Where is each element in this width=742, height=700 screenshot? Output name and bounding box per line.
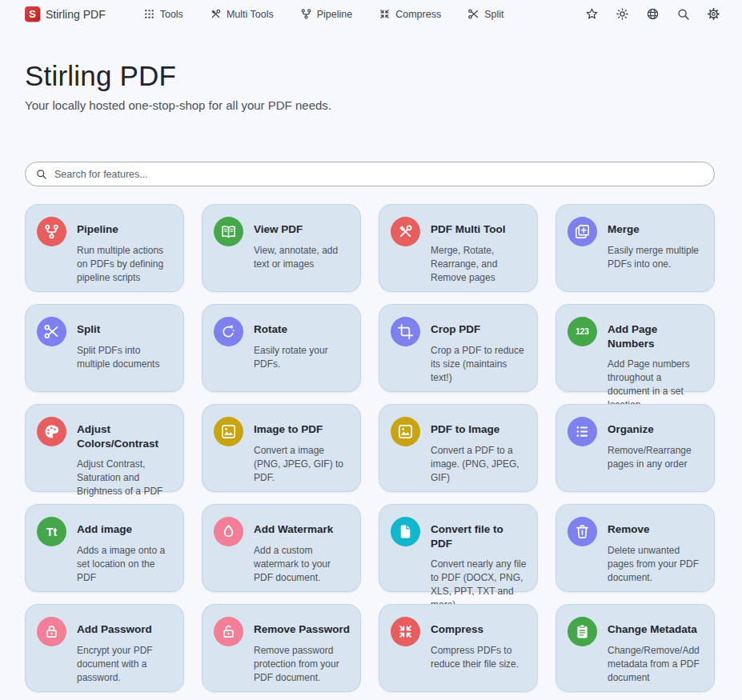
- tool-card-crop-pdf[interactable]: Crop PDF Crop a PDF to reduce its size (…: [379, 304, 538, 392]
- hero: Stirling PDF Your locally hosted one-sto…: [0, 26, 742, 112]
- tool-card-body: PDF Multi Tool Merge, Rotate, Rearrange,…: [431, 216, 527, 280]
- tool-card-body: Merge Easily merge multiple PDFs into on…: [608, 216, 704, 280]
- tool-card-body: Add Watermark Add a custom watermark to …: [254, 516, 351, 580]
- tool-card-adjust-colors-contrast[interactable]: Adjust Colors/Contrast Adjust Contrast, …: [25, 404, 184, 492]
- scissors-icon: [467, 8, 479, 20]
- brand-home-link[interactable]: S Stirling PDF: [25, 6, 106, 22]
- compress-icon: [379, 8, 391, 20]
- tool-card-compress[interactable]: Compress Compress PDFs to reduce their f…: [379, 604, 538, 692]
- navbar-item-multi-tools[interactable]: Multi Tools: [210, 8, 274, 20]
- tool-card-rotate[interactable]: Rotate Easily rotate your PDFs.: [202, 304, 361, 392]
- icon-glyph-text: 123: [576, 328, 589, 336]
- tool-card-pdf-multi-tool[interactable]: PDF Multi Tool Merge, Rotate, Rearrange,…: [379, 204, 538, 292]
- tool-card-body: Convert file to PDF Convert nearly any f…: [431, 516, 527, 580]
- multi-tools-icon: [391, 217, 420, 246]
- star-icon[interactable]: [585, 7, 599, 21]
- icon-glyph-text: Tt: [46, 526, 57, 538]
- search-icon: [35, 168, 47, 180]
- rotate-icon: [214, 317, 243, 346]
- search-icon[interactable]: [676, 7, 690, 21]
- tool-card-description: Easily rotate your PDFs.: [254, 344, 351, 371]
- search-section: [25, 162, 715, 186]
- tool-card-title: Change Metadata: [608, 616, 704, 637]
- tool-card-title: View PDF: [254, 216, 351, 237]
- tool-card-description: Adds a image onto a set location on the …: [77, 544, 174, 585]
- tool-card-title: Compress: [431, 616, 527, 637]
- tool-card-description: Add a custom watermark to your PDF docum…: [254, 544, 351, 585]
- navbar-item-label: Tools: [160, 9, 183, 20]
- tool-card-convert-file-to-pdf[interactable]: Convert file to PDF Convert nearly any f…: [379, 504, 538, 592]
- search-input[interactable]: [54, 169, 704, 180]
- tool-card-description: Remove/Rearrange pages in any order: [608, 444, 704, 471]
- tool-card-description: Adjust Contrast, Saturation and Brightne…: [77, 458, 174, 498]
- tool-card-title: PDF to Image: [431, 416, 527, 437]
- tool-card-title: Organize: [608, 416, 704, 437]
- tool-card-body: Rotate Easily rotate your PDFs.: [254, 316, 351, 380]
- navbar-item-label: Multi Tools: [227, 9, 274, 20]
- tool-card-body: Add Page Numbers Add Page numbers throug…: [608, 316, 704, 380]
- globe-icon[interactable]: [646, 7, 660, 21]
- image-icon: [214, 417, 243, 446]
- tool-card-add-password[interactable]: Add Password Encrypt your PDF document w…: [25, 604, 184, 692]
- tool-card-description: Convert a image (PNG, JPEG, GIF) to PDF.: [254, 444, 351, 485]
- tool-card-image-to-pdf[interactable]: Image to PDF Convert a image (PNG, JPEG,…: [202, 404, 361, 492]
- tool-card-body: Add Password Encrypt your PDF document w…: [77, 616, 174, 680]
- tool-card-title: Add image: [77, 516, 174, 537]
- tool-card-title: Add Password: [77, 616, 174, 637]
- tool-card-add-image[interactable]: Tt Add image Adds a image onto a set loc…: [25, 504, 184, 592]
- image-icon: [391, 417, 420, 446]
- tool-card-body: PDF to Image Convert a PDF to a image. (…: [431, 416, 527, 480]
- navbar: S Stirling PDF Tools Multi Tools Pipelin…: [0, 0, 742, 26]
- navbar-items: Tools Multi Tools Pipeline Compress Spli…: [143, 8, 504, 20]
- tool-card-add-page-numbers[interactable]: 123 Add Page Numbers Add Page numbers th…: [555, 304, 715, 392]
- gear-icon[interactable]: [707, 7, 720, 21]
- navbar-item-compress[interactable]: Compress: [379, 8, 441, 20]
- tool-card-body: Pipeline Run multiple actions on PDFs by…: [77, 216, 174, 280]
- tool-card-merge[interactable]: Merge Easily merge multiple PDFs into on…: [555, 204, 715, 292]
- tool-card-description: Easily merge multiple PDFs into one.: [608, 244, 704, 271]
- navbar-item-split[interactable]: Split: [467, 8, 503, 20]
- page-numbers-icon: 123: [568, 317, 597, 346]
- theme-sun-icon[interactable]: [616, 7, 629, 21]
- tool-card-split[interactable]: Split Split PDFs into multiple documents: [25, 304, 184, 392]
- tool-card-organize[interactable]: Organize Remove/Rearrange pages in any o…: [555, 404, 715, 492]
- droplet-icon: [214, 517, 243, 546]
- multi-tools-icon: [210, 8, 222, 20]
- tool-card-description: Merge, Rotate, Rearrange, and Remove pag…: [431, 244, 527, 285]
- tool-card-body: Image to PDF Convert a image (PNG, JPEG,…: [254, 416, 351, 480]
- palette-icon: [37, 417, 66, 446]
- tool-card-title: Image to PDF: [254, 416, 351, 437]
- tool-card-title: Split: [77, 316, 174, 337]
- tool-card-body: Change Metadata Change/Remove/Add metada…: [608, 616, 704, 680]
- tool-card-description: Delete unwanted pages from your PDF docu…: [608, 544, 704, 585]
- brand-label: Stirling PDF: [46, 8, 106, 21]
- add-text-icon: Tt: [37, 517, 66, 546]
- navbar-item-tools[interactable]: Tools: [143, 8, 183, 20]
- navbar-item-pipeline[interactable]: Pipeline: [300, 8, 352, 20]
- tool-card-title: Add Page Numbers: [608, 316, 704, 350]
- pipeline-icon: [300, 8, 312, 20]
- tool-card-description: Convert a PDF to a image. (PNG, JPEG, GI…: [431, 444, 527, 485]
- tool-card-description: Encrypt your PDF document with a passwor…: [77, 644, 174, 685]
- tool-card-title: Add Watermark: [254, 516, 351, 537]
- tool-card-title: Merge: [608, 216, 704, 237]
- tool-card-view-pdf[interactable]: View PDF View, annotate, add text or ima…: [202, 204, 361, 292]
- tool-card-remove[interactable]: Remove Delete unwanted pages from your P…: [555, 504, 715, 592]
- tool-card-title: Adjust Colors/Contrast: [77, 416, 174, 450]
- tool-card-change-metadata[interactable]: Change Metadata Change/Remove/Add metada…: [555, 604, 715, 692]
- stirling-logo-icon: S: [25, 6, 40, 22]
- tool-card-title: Rotate: [254, 316, 351, 337]
- tool-card-body: Remove Password Remove password protecti…: [254, 616, 351, 680]
- navbar-actions: [585, 7, 720, 21]
- feature-search-box[interactable]: [25, 162, 715, 186]
- tool-card-title: Convert file to PDF: [431, 516, 527, 550]
- tool-card-pdf-to-image[interactable]: PDF to Image Convert a PDF to a image. (…: [379, 404, 538, 492]
- tool-card-pipeline[interactable]: Pipeline Run multiple actions on PDFs by…: [25, 204, 184, 292]
- tool-card-add-watermark[interactable]: Add Watermark Add a custom watermark to …: [202, 504, 361, 592]
- tool-card-body: Crop PDF Crop a PDF to reduce its size (…: [431, 316, 527, 380]
- tool-card-title: Remove Password: [254, 616, 351, 637]
- compress-icon: [391, 617, 420, 646]
- tool-card-body: Adjust Colors/Contrast Adjust Contrast, …: [77, 416, 174, 480]
- tool-card-description: Crop a PDF to reduce its size (maintains…: [431, 344, 527, 385]
- tool-card-remove-password[interactable]: Remove Password Remove password protecti…: [202, 604, 361, 692]
